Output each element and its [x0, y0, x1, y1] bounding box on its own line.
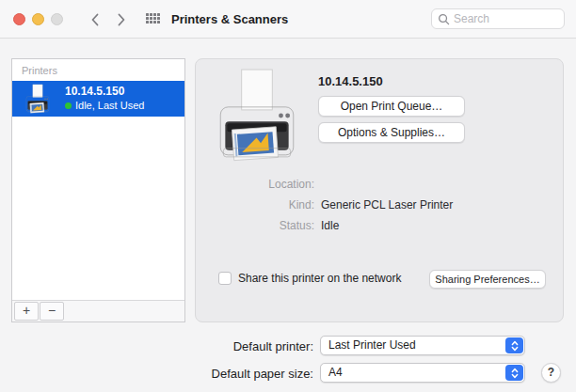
printer-status: Idle, Last Used [65, 100, 144, 111]
default-printer-popup[interactable]: Last Printer Used [320, 336, 525, 355]
printer-list-item-selected[interactable]: 10.14.5.150 Idle, Last Used [12, 81, 184, 117]
status-green-dot-icon [65, 102, 72, 109]
kind-label: Kind: [196, 198, 314, 212]
add-printer-button[interactable]: + [14, 302, 39, 321]
default-paper-size-label: Default paper size: [125, 367, 313, 381]
show-all-preferences-grid-icon[interactable] [146, 13, 160, 24]
kind-value: Generic PCL Laser Printer [321, 198, 453, 212]
printer-icon [21, 84, 55, 118]
printer-detail-panel: 10.14.5.150 Open Print Queue… Options & … [195, 58, 564, 322]
share-printer-checkbox[interactable] [218, 272, 232, 285]
printer-large-icon [218, 67, 296, 166]
status-value: Idle [321, 219, 339, 232]
search-icon [438, 13, 450, 25]
help-button[interactable]: ? [541, 363, 561, 383]
printer-detail-title: 10.14.5.150 [318, 74, 383, 88]
default-paper-size-value: A4 [328, 366, 343, 379]
printer-list-header: Printers [22, 65, 57, 76]
options-supplies-button[interactable]: Options & Supplies… [318, 122, 465, 143]
sidebar-toolbar: + − [12, 300, 184, 321]
minimize-window-button[interactable] [32, 13, 44, 25]
forward-button[interactable] [109, 8, 134, 32]
location-label: Location: [196, 178, 314, 191]
remove-printer-button[interactable]: − [40, 302, 64, 321]
sharing-preferences-button[interactable]: Sharing Preferences… [429, 270, 546, 289]
printer-name: 10.14.5.150 [65, 85, 124, 98]
popup-stepper-icon [505, 337, 523, 353]
popup-stepper-icon [505, 365, 523, 381]
search-placeholder: Search [454, 12, 489, 25]
default-printer-value: Last Printer Used [328, 338, 416, 352]
share-printer-label: Share this printer on the network [238, 272, 401, 285]
default-paper-size-popup[interactable]: A4 [320, 363, 525, 383]
zoom-window-button [51, 13, 63, 25]
open-print-queue-button[interactable]: Open Print Queue… [318, 96, 465, 117]
status-label: Status: [196, 219, 314, 232]
printer-list-sidebar: Printers 10.14.5.150 Idle, Last Used + − [11, 58, 185, 322]
titlebar: Printers & Scanners Search [0, 0, 576, 39]
window-title: Printers & Scanners [171, 0, 288, 39]
search-input[interactable]: Search [431, 8, 565, 29]
chevron-left-icon [89, 12, 101, 27]
back-button[interactable] [83, 8, 107, 32]
chevron-right-icon [116, 12, 127, 27]
close-window-button[interactable] [13, 13, 25, 25]
default-printer-label: Default printer: [125, 339, 313, 353]
